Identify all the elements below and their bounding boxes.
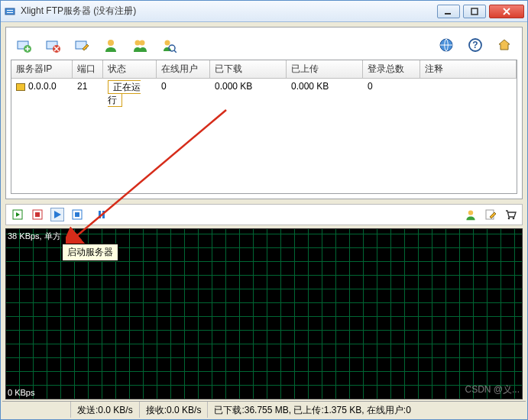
- status-send: 发送:0.0 KB/s: [71, 402, 140, 418]
- graph-top-label: 38 KBps, 单方: [8, 231, 61, 242]
- edit-small-button[interactable]: [484, 208, 497, 221]
- col-down[interactable]: 已下载: [210, 60, 287, 78]
- status-bar: 发送:0.0 KB/s 接收:0.0 KB/s 已下载:36.755 MB, 已…: [2, 401, 526, 418]
- stop-record-button[interactable]: [31, 208, 44, 221]
- svg-rect-24: [102, 211, 105, 218]
- svg-point-10: [108, 40, 114, 46]
- col-status[interactable]: 状态: [103, 60, 157, 78]
- cell-log: 0: [363, 79, 420, 109]
- start-server-button[interactable]: [50, 208, 64, 221]
- svg-point-11: [135, 40, 141, 46]
- svg-text:?: ?: [472, 40, 478, 50]
- svg-rect-3: [445, 13, 451, 15]
- maximize-button[interactable]: [463, 5, 486, 18]
- titlebar: Xlight FTP服务器 (没有注册): [1, 1, 527, 22]
- cell-ip: 0.0.0.0: [28, 81, 57, 92]
- cell-up: 0.000 KB: [287, 79, 363, 109]
- cell-users: 0: [157, 79, 210, 109]
- cell-status: 正在运行: [108, 80, 141, 107]
- col-ip[interactable]: 服务器IP: [11, 60, 73, 78]
- svg-rect-22: [75, 212, 79, 217]
- status-empty: [2, 402, 71, 418]
- play-outline-button[interactable]: [11, 208, 24, 221]
- cell-port: 21: [73, 79, 103, 109]
- add-server-button[interactable]: [14, 35, 34, 55]
- col-up[interactable]: 已上传: [287, 60, 363, 78]
- status-recv: 接收:0.0 KB/s: [140, 402, 209, 418]
- cell-down: 0.000 KB: [210, 79, 287, 109]
- col-port[interactable]: 端口: [73, 60, 103, 78]
- svg-point-27: [508, 218, 510, 220]
- control-bar: [5, 204, 523, 225]
- server-icon: [16, 83, 25, 91]
- find-user-button[interactable]: [159, 35, 179, 55]
- col-log[interactable]: 登录总数: [363, 60, 420, 78]
- table-row[interactable]: 0.0.0.0 21 正在运行 0 0.000 KB 0.000 KB 0: [11, 79, 517, 109]
- window-title: Xlight FTP服务器 (没有注册): [21, 5, 437, 18]
- users-button[interactable]: [130, 35, 150, 55]
- svg-point-25: [468, 210, 473, 215]
- globe-button[interactable]: [436, 35, 456, 55]
- user-button[interactable]: [101, 35, 121, 55]
- svg-point-13: [165, 40, 170, 46]
- stop-button[interactable]: [70, 208, 84, 221]
- svg-rect-1: [7, 10, 13, 11]
- app-icon: [4, 5, 16, 18]
- svg-rect-4: [471, 8, 478, 15]
- watermark: CSDN @义...: [465, 383, 520, 396]
- close-button[interactable]: [489, 5, 524, 18]
- cart-button[interactable]: [504, 208, 517, 221]
- graph-bottom-label: 0 KBps: [8, 388, 34, 397]
- toolbar: ?: [11, 32, 517, 58]
- svg-rect-0: [5, 8, 15, 15]
- svg-rect-23: [99, 211, 101, 218]
- svg-point-12: [140, 40, 145, 46]
- pause-button[interactable]: [95, 208, 109, 221]
- svg-point-14: [169, 45, 175, 51]
- help-button[interactable]: ?: [465, 35, 485, 55]
- col-users[interactable]: 在线用户: [157, 60, 210, 78]
- edit-server-button[interactable]: [72, 35, 92, 55]
- home-button[interactable]: [494, 35, 514, 55]
- status-totals: 已下载:36.755 MB, 已上传:1.375 KB, 在线用户:0: [208, 402, 526, 418]
- minimize-button[interactable]: [437, 5, 460, 18]
- svg-rect-20: [35, 212, 40, 217]
- remove-server-button[interactable]: [43, 35, 63, 55]
- tooltip: 启动服务器: [62, 244, 118, 261]
- main-panel: ? 服务器IP 端口 状态 在线用户 已下载 已上传 登录总数 注释: [5, 27, 523, 199]
- user-small-button[interactable]: [464, 208, 478, 221]
- server-table: 服务器IP 端口 状态 在线用户 已下载 已上传 登录总数 注释 0.0.0.0…: [11, 60, 517, 194]
- svg-point-28: [513, 218, 515, 220]
- svg-rect-2: [7, 12, 13, 13]
- col-note[interactable]: 注释: [420, 60, 517, 78]
- cell-note: [420, 79, 517, 109]
